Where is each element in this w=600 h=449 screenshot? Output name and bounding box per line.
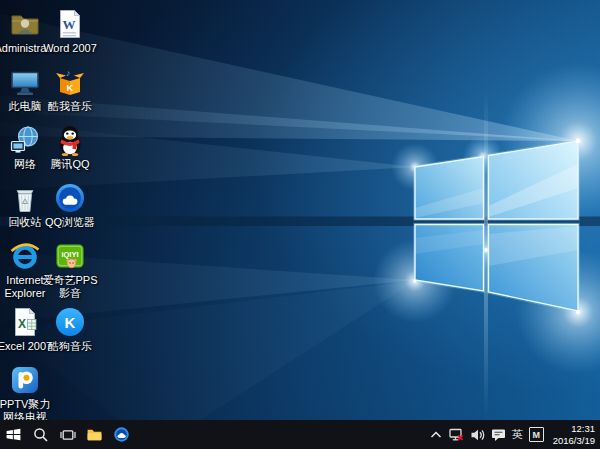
- file-explorer-button[interactable]: [81, 420, 108, 449]
- desktop-icon-label: QQ浏览器: [39, 216, 101, 229]
- search-button[interactable]: [27, 420, 54, 449]
- svg-text:X: X: [18, 317, 26, 331]
- desktop-icon-label: Word 2007: [39, 42, 101, 55]
- svg-text:♪: ♪: [66, 68, 71, 78]
- ime-mode-indicator[interactable]: M: [529, 427, 544, 442]
- clock[interactable]: 12:31 2016/3/19: [550, 423, 595, 447]
- speaker-icon: [470, 427, 485, 442]
- clock-time: 12:31: [553, 423, 595, 435]
- desktop-icon-pptv[interactable]: PPTV聚力 网络电视: [0, 362, 56, 423]
- svg-text:iQIYI: iQIYI: [61, 250, 78, 259]
- desktop-icon-kuwo-music[interactable]: K ♪ 酷我音乐: [39, 64, 101, 113]
- windows-start-icon: [5, 426, 22, 443]
- svg-text:K: K: [65, 314, 76, 331]
- ime-language-bar-icon: [491, 427, 506, 442]
- desktop-icon-label: 酷狗音乐: [39, 340, 101, 353]
- svg-text:W: W: [63, 17, 76, 32]
- system-tray: 英 M 12:31 2016/3/19: [429, 420, 600, 449]
- administrator-folder-icon: [9, 6, 41, 40]
- desktop[interactable]: Administra... W Word 2007 此电脑: [0, 0, 600, 449]
- task-view-icon: [60, 427, 76, 443]
- excel-document-icon: X: [9, 304, 41, 338]
- qq-browser-taskbar-button[interactable]: [108, 420, 135, 449]
- file-explorer-folder-icon: [86, 426, 103, 443]
- recycle-bin-icon: [9, 180, 41, 214]
- desktop-icon-iqiyi-pps[interactable]: iQIYI 爱奇艺PPS 影音: [39, 238, 101, 299]
- desktop-icon-label: 爱奇艺PPS 影音: [39, 274, 101, 299]
- svg-text:K: K: [67, 83, 74, 93]
- task-view-button[interactable]: [54, 420, 81, 449]
- taskbar: 英 M 12:31 2016/3/19: [0, 420, 600, 449]
- tray-expand-button[interactable]: [429, 428, 443, 442]
- desktop-icon-label: 酷我音乐: [39, 100, 101, 113]
- network-disconnected-icon: [449, 427, 464, 442]
- desktop-icon-kugou-music[interactable]: K 酷狗音乐: [39, 304, 101, 353]
- start-button[interactable]: [0, 420, 27, 449]
- ime-language-indicator[interactable]: 英: [512, 427, 523, 442]
- kugou-music-icon: K: [54, 304, 86, 338]
- qq-browser-icon: [113, 426, 130, 443]
- network-status-icon[interactable]: [449, 427, 464, 442]
- iqiyi-pps-icon: iQIYI: [54, 238, 86, 272]
- internet-explorer-icon: [9, 238, 41, 272]
- search-icon: [33, 427, 49, 443]
- qq-browser-cloud-icon: [54, 180, 86, 214]
- desktop-icon-qq-browser[interactable]: QQ浏览器: [39, 180, 101, 229]
- this-pc-monitor-icon: [9, 64, 41, 98]
- desktop-icon-tencent-qq[interactable]: 腾讯QQ: [39, 122, 101, 171]
- qq-penguin-icon: [54, 122, 86, 156]
- ime-panel-icon[interactable]: [491, 427, 506, 442]
- chevron-up-icon: [429, 428, 443, 442]
- clock-date: 2016/3/19: [553, 435, 595, 447]
- word-document-icon: W: [54, 6, 86, 40]
- kuwo-music-box-icon: K ♪: [54, 64, 86, 98]
- desktop-icon-label: 腾讯QQ: [39, 158, 101, 171]
- volume-icon[interactable]: [470, 427, 485, 442]
- network-globe-icon: [9, 122, 41, 156]
- desktop-icon-word-2007[interactable]: W Word 2007: [39, 6, 101, 55]
- pptv-icon: [9, 362, 41, 396]
